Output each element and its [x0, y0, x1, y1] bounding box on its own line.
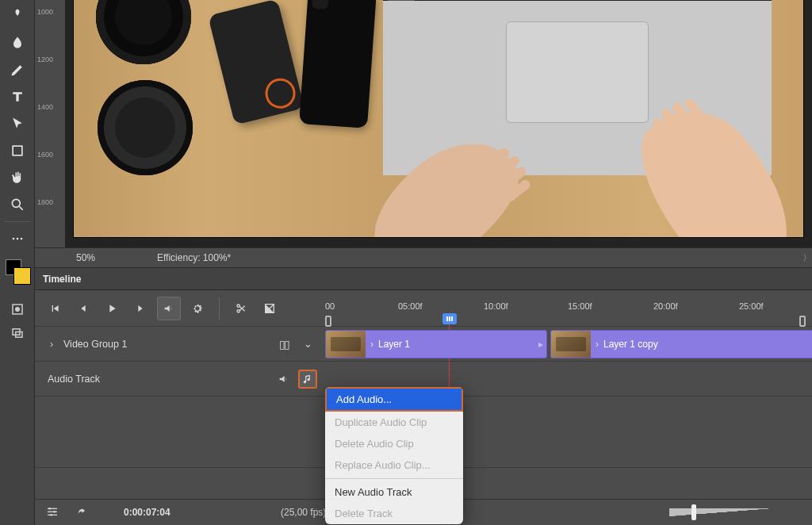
clip-thumbnail [326, 331, 366, 358]
svg-point-16 [50, 514, 52, 516]
music-note-icon[interactable] [298, 370, 317, 389]
video-frame [73, 0, 804, 238]
clip-end-icon: ▸ [538, 339, 543, 350]
expand-icon[interactable]: › [48, 339, 56, 350]
left-toolbar [0, 0, 35, 525]
controls-separator [219, 297, 220, 320]
eyedropper-tool-icon[interactable] [5, 3, 30, 29]
quickmask-icon[interactable] [9, 301, 26, 318]
play-button[interactable] [100, 297, 124, 320]
ruler-v-label: 1000 [37, 8, 53, 16]
audio-track-name: Audio Track [48, 374, 100, 385]
filmstrip-icon[interactable]: ▯▯ [274, 335, 293, 354]
goto-start-button[interactable] [43, 297, 67, 320]
transition-button[interactable] [258, 297, 282, 320]
blur-tool-icon[interactable] [5, 30, 30, 56]
ruler-mark: 20:00f [653, 301, 678, 311]
redo-icon[interactable] [71, 503, 90, 522]
speaker-icon[interactable] [274, 370, 293, 389]
pen-tool-icon[interactable] [5, 57, 30, 82]
svg-point-15 [53, 511, 56, 513]
svg-point-14 [48, 508, 51, 510]
color-swatches[interactable] [4, 258, 31, 291]
ruler-mark: 05:00f [398, 301, 423, 311]
svg-point-4 [20, 238, 22, 240]
clip-label: Layer 1 [378, 339, 410, 350]
fps-label: (25,00 fps) [281, 507, 326, 518]
timeline-panel-title: Timeline [43, 274, 81, 285]
chevron-right-icon: › [596, 339, 599, 350]
video-track-lane[interactable]: › Layer 1 ▸ › Layer 1 copy ▸ [325, 327, 812, 361]
zoom-handle[interactable] [691, 504, 696, 520]
zoom-level[interactable]: 50% [76, 252, 132, 263]
ruler-v-label: 1600 [37, 151, 53, 159]
clip-thumbnail [551, 331, 591, 358]
timeline-zoom-slider[interactable] [669, 508, 772, 516]
vertical-ruler: 1000 1200 1400 1600 1800 [35, 0, 65, 247]
text-tool-icon[interactable] [5, 84, 30, 109]
split-button[interactable] [229, 297, 253, 320]
clip-label: Layer 1 copy [603, 339, 658, 350]
playhead[interactable] [442, 313, 457, 324]
ruler-mark: 25:00f [739, 301, 764, 311]
ellipsis-tool-icon[interactable] [5, 226, 30, 251]
ruler-v-label: 1400 [37, 103, 53, 111]
efficiency-label: Efficiency: 100%* [157, 252, 795, 263]
status-strip: 50% Efficiency: 100%* 〉 [35, 247, 812, 268]
canvas-area: 1000 1200 1400 1600 1800 [35, 0, 812, 247]
audio-context-menu: Add Audio... Duplicate Audio Clip Delete… [325, 387, 463, 524]
svg-point-3 [16, 238, 18, 240]
timeline-controls: 00 05:00f 10:00f 15:00f 20:00f 25:00f 30… [35, 290, 812, 327]
arrow-tool-icon[interactable] [5, 111, 30, 136]
settings-button[interactable] [186, 297, 209, 320]
ruler-v-label: 1800 [37, 198, 53, 206]
menu-separator [325, 478, 463, 479]
video-clip[interactable]: › Layer 1 copy ▸ [550, 330, 812, 358]
video-group-row[interactable]: › Video Group 1 ▯▯ ⌄ › Layer 1 ▸ [35, 327, 812, 362]
status-chevron-icon[interactable]: 〉 [802, 251, 812, 265]
toolbar-divider [4, 221, 31, 222]
work-area-end[interactable] [799, 316, 806, 327]
timeline-ruler[interactable]: 00 05:00f 10:00f 15:00f 20:00f 25:00f 30… [325, 290, 804, 327]
hand-tool-icon[interactable] [5, 165, 30, 190]
chevron-down-icon[interactable]: ⌄ [298, 335, 317, 354]
svg-point-6 [15, 308, 19, 312]
timecode[interactable]: 0:00:07:04 [124, 507, 271, 518]
work-area-start[interactable] [325, 316, 331, 327]
chevron-right-icon: › [370, 339, 373, 350]
ruler-mark: 15:00f [568, 301, 592, 311]
menu-new-audio-track[interactable]: New Audio Track [325, 481, 463, 503]
ruler-mark: 10:00f [484, 301, 508, 311]
menu-add-audio[interactable]: Add Audio... [325, 387, 463, 412]
video-clip[interactable]: › Layer 1 ▸ [325, 330, 547, 358]
svg-rect-0 [13, 146, 22, 155]
mute-button[interactable] [157, 297, 181, 320]
zoom-tool-icon[interactable] [5, 192, 30, 217]
foreground-color-swatch[interactable] [13, 267, 31, 285]
prev-frame-button[interactable] [71, 297, 95, 320]
svg-point-1 [12, 199, 20, 207]
next-frame-button[interactable] [128, 297, 152, 320]
menu-duplicate-audio-clip[interactable]: Duplicate Audio Clip [325, 412, 463, 433]
svg-rect-12 [48, 512, 57, 512]
video-group-name: Video Group 1 [63, 339, 127, 350]
preview-canvas[interactable] [65, 0, 812, 247]
menu-replace-audio-clip[interactable]: Replace Audio Clip... [325, 454, 463, 476]
menu-delete-track[interactable]: Delete Track [325, 503, 463, 524]
menu-delete-audio-clip[interactable]: Delete Audio Clip [325, 433, 463, 454]
ruler-v-label: 1200 [37, 56, 53, 63]
screen-mode-icon[interactable] [9, 324, 26, 342]
svg-point-2 [12, 238, 14, 240]
timeline-panel-header: Timeline [35, 268, 812, 290]
shape-tool-icon[interactable] [5, 138, 30, 163]
options-icon[interactable] [43, 503, 62, 522]
ruler-mark: 00 [325, 301, 335, 311]
